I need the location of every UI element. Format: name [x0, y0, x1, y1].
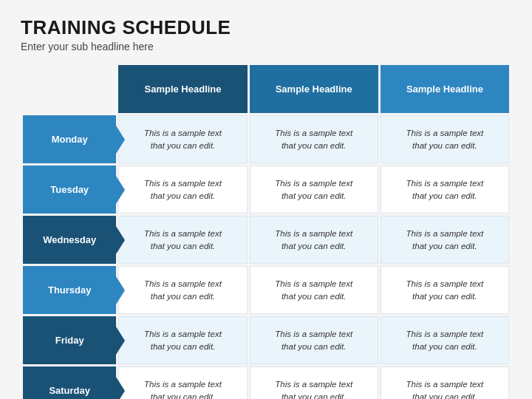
- day-label[interactable]: Wednesday: [23, 216, 116, 264]
- content-cell[interactable]: This is a sample textthat you can edit.: [118, 266, 247, 314]
- col-header-2: Sample Headline: [250, 65, 378, 113]
- content-cell[interactable]: This is a sample textthat you can edit.: [250, 166, 378, 214]
- content-cell[interactable]: This is a sample textthat you can edit.: [381, 316, 509, 364]
- slide: TRAINING SCHEDULE Enter your sub headlin…: [0, 0, 532, 399]
- content-cell[interactable]: This is a sample textthat you can edit.: [118, 115, 247, 163]
- table-row: WednesdayThis is a sample textthat you c…: [23, 216, 509, 264]
- col-header-1: Sample Headline: [118, 65, 247, 113]
- header-row: Sample Headline Sample Headline Sample H…: [23, 65, 509, 113]
- content-cell[interactable]: This is a sample textthat you can edit.: [250, 366, 378, 399]
- table-row: MondayThis is a sample textthat you can …: [23, 115, 509, 163]
- day-label[interactable]: Friday: [23, 316, 116, 364]
- corner-cell: [23, 65, 116, 113]
- day-label[interactable]: Monday: [23, 115, 116, 163]
- content-cell[interactable]: This is a sample textthat you can edit.: [381, 266, 509, 314]
- content-cell[interactable]: This is a sample textthat you can edit.: [118, 316, 247, 364]
- content-cell[interactable]: This is a sample textthat you can edit.: [381, 366, 509, 399]
- day-label[interactable]: Thursday: [23, 266, 116, 314]
- content-cell[interactable]: This is a sample textthat you can edit.: [250, 115, 378, 163]
- content-cell[interactable]: This is a sample textthat you can edit.: [118, 366, 247, 399]
- day-label[interactable]: Saturday: [23, 366, 116, 399]
- content-cell[interactable]: This is a sample textthat you can edit.: [250, 266, 378, 314]
- table-row: FridayThis is a sample textthat you can …: [23, 316, 509, 364]
- content-cell[interactable]: This is a sample textthat you can edit.: [250, 216, 378, 264]
- page-subtitle: Enter your sub headline here: [21, 41, 511, 52]
- schedule-table: Sample Headline Sample Headline Sample H…: [21, 63, 511, 399]
- table-row: SaturdayThis is a sample textthat you ca…: [23, 366, 509, 399]
- page-title: TRAINING SCHEDULE: [21, 16, 511, 39]
- content-cell[interactable]: This is a sample textthat you can edit.: [381, 216, 509, 264]
- table-row: TuesdayThis is a sample textthat you can…: [23, 166, 509, 214]
- day-label[interactable]: Tuesday: [23, 166, 116, 214]
- col-header-3: Sample Headline: [381, 65, 509, 113]
- content-cell[interactable]: This is a sample textthat you can edit.: [250, 316, 378, 364]
- table-row: ThursdayThis is a sample textthat you ca…: [23, 266, 509, 314]
- content-cell[interactable]: This is a sample textthat you can edit.: [118, 216, 247, 264]
- schedule-body: MondayThis is a sample textthat you can …: [23, 115, 509, 399]
- content-cell[interactable]: This is a sample textthat you can edit.: [381, 166, 509, 214]
- content-cell[interactable]: This is a sample textthat you can edit.: [381, 115, 509, 163]
- content-cell[interactable]: This is a sample textthat you can edit.: [118, 166, 247, 214]
